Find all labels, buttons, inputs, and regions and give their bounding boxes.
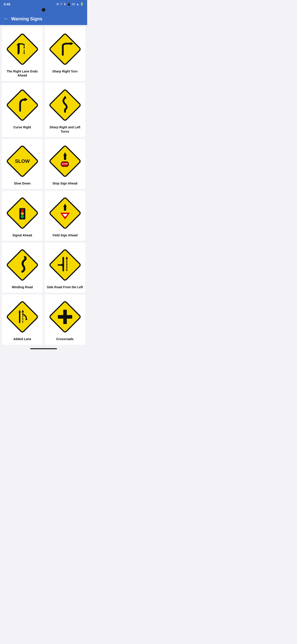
- sharp-right-turn-svg: [49, 34, 81, 65]
- camera-cutout: [0, 8, 87, 12]
- sign-image-sharp-right-turn: [47, 31, 83, 67]
- winding-road-svg: [7, 249, 38, 281]
- sign-image-winding-road: [4, 247, 40, 283]
- sign-image-side-road-left: [47, 247, 83, 283]
- settings-icon: ⚙: [56, 2, 59, 6]
- sign-item-signal-ahead[interactable]: Signal Ahead: [2, 191, 43, 241]
- svg-text:SLOW: SLOW: [15, 158, 30, 164]
- sign-image-signal-ahead: [4, 195, 40, 231]
- sign-item-crossroads[interactable]: Crossroads: [44, 294, 85, 344]
- right-lane-ends-svg: [7, 34, 38, 65]
- sign-item-yield-sign-ahead[interactable]: Yield Sign Ahead: [44, 191, 85, 241]
- sign-image-added-lane: [4, 299, 40, 335]
- svg-point-24: [21, 215, 24, 218]
- sign-label-winding-road: Winding Road: [12, 285, 33, 289]
- back-button[interactable]: ←: [3, 16, 8, 22]
- signal-text: 3G: [71, 2, 75, 6]
- storage-icon: 📱: [67, 2, 71, 6]
- sign-label-yield-sign-ahead: Yield Sign Ahead: [52, 233, 77, 237]
- sign-image-curve-right: [4, 87, 40, 123]
- sign-image-crossroads: [47, 299, 83, 335]
- signal-ahead-svg: [7, 198, 38, 229]
- svg-text:STOP: STOP: [62, 163, 68, 165]
- signal-bars: ▲: [76, 2, 79, 6]
- sign-item-curve-right[interactable]: Curve Right: [2, 83, 43, 137]
- sign-image-stop-sign-ahead: STOP: [47, 143, 83, 179]
- download-icon: ⬇: [64, 2, 66, 6]
- sign-item-sharp-right-turn[interactable]: Sharp Right Turn: [44, 27, 85, 81]
- sign-label-added-lane: Added Lane: [13, 337, 31, 341]
- sign-label-crossroads: Crossroads: [56, 337, 74, 341]
- sign-label-sharp-right-left: Sharp Right and Left Turns: [47, 125, 83, 133]
- crossroads-svg: [49, 301, 81, 332]
- side-road-left-svg: [49, 249, 81, 281]
- app-bar: ← Warning Signs: [0, 12, 87, 25]
- page-title: Warning Signs: [11, 16, 42, 22]
- svg-rect-17: [64, 156, 66, 160]
- status-icons: ⚙ 🛡 ⬇ 📱 3G ▲ 🔋: [56, 2, 84, 6]
- sign-label-stop-sign-ahead: Stop Sign Ahead: [52, 181, 77, 185]
- svg-point-23: [21, 212, 24, 215]
- status-time: 3:45: [3, 2, 10, 6]
- svg-point-22: [21, 209, 24, 212]
- battery-icon: 🔋: [80, 2, 84, 6]
- sign-label-right-lane-ends: The Right Lane Ends Ahead: [4, 69, 40, 77]
- bottom-bar: [0, 346, 87, 351]
- sign-image-sharp-right-left: [47, 87, 83, 123]
- curve-right-svg: [7, 90, 38, 121]
- sign-image-right-lane-ends: [4, 31, 40, 67]
- sign-item-slow-down[interactable]: SLOW Slow Down: [2, 139, 43, 189]
- svg-rect-27: [64, 206, 66, 211]
- sign-item-right-lane-ends[interactable]: The Right Lane Ends Ahead: [2, 27, 43, 81]
- camera-dot: [42, 8, 45, 12]
- svg-rect-0: [7, 34, 38, 65]
- svg-rect-40: [7, 301, 38, 332]
- home-indicator: [30, 348, 57, 349]
- sign-item-stop-sign-ahead[interactable]: STOP Stop Sign Ahead: [44, 139, 85, 189]
- stop-sign-ahead-svg: STOP: [49, 146, 81, 177]
- sign-label-slow-down: Slow Down: [14, 181, 31, 185]
- sign-label-curve-right: Curve Right: [13, 125, 31, 129]
- sign-image-slow-down: SLOW: [4, 143, 40, 179]
- shield-icon: 🛡: [60, 2, 63, 6]
- sharp-right-left-svg: [49, 90, 81, 121]
- svg-rect-15: [49, 146, 81, 177]
- svg-rect-9: [7, 90, 38, 121]
- sign-label-signal-ahead: Signal Ahead: [12, 233, 32, 237]
- slow-down-svg: SLOW: [7, 146, 38, 177]
- sign-image-yield-sign-ahead: [47, 195, 83, 231]
- svg-rect-33: [49, 249, 81, 281]
- svg-rect-7: [49, 34, 81, 65]
- status-bar: 3:45 ⚙ 🛡 ⬇ 📱 3G ▲ 🔋: [0, 0, 87, 8]
- sign-item-winding-road[interactable]: Winding Road: [2, 242, 43, 293]
- sign-item-side-road-left[interactable]: Side Road From the Left: [44, 242, 85, 293]
- signs-grid: The Right Lane Ends Ahead Sharp Right Tu…: [0, 25, 87, 346]
- sign-label-sharp-right-turn: Sharp Right Turn: [52, 69, 77, 73]
- sign-item-added-lane[interactable]: Added Lane: [2, 294, 43, 344]
- yield-sign-ahead-svg: [49, 198, 81, 229]
- added-lane-svg: [7, 301, 38, 332]
- sign-item-sharp-right-left[interactable]: Sharp Right and Left Turns: [44, 83, 85, 137]
- svg-rect-48: [58, 315, 72, 319]
- sign-label-side-road-left: Side Road From the Left: [47, 285, 83, 289]
